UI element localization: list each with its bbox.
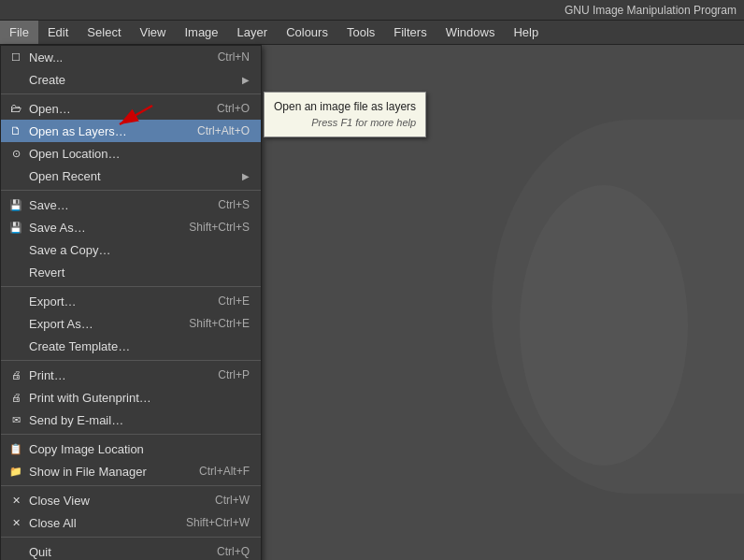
separator-1	[1, 93, 261, 94]
menu-item-new[interactable]: ☐ New... Ctrl+N	[1, 46, 261, 68]
copy-location-icon: 📋	[7, 443, 25, 455]
menu-item-print[interactable]: 🖨 Print… Ctrl+P	[1, 364, 261, 386]
menu-item-open-as-layers[interactable]: 🗋 Open as Layers… Ctrl+Alt+O	[1, 120, 261, 142]
menu-windows[interactable]: Windows	[436, 21, 505, 44]
separator-6	[1, 485, 261, 486]
menu-item-close-view[interactable]: ✕ Close View Ctrl+W	[1, 489, 261, 511]
create-arrow: ▶	[242, 75, 250, 85]
menu-item-open-recent[interactable]: Open Recent ▶	[1, 165, 261, 187]
open-location-icon: ⊙	[7, 148, 25, 160]
menu-file[interactable]: File	[0, 21, 38, 44]
file-dropdown: ☐ New... Ctrl+N Create ▶ 🗁 Open… Ctrl+O …	[0, 45, 262, 560]
save-as-icon: 💾	[7, 222, 25, 234]
menu-item-revert[interactable]: Revert	[1, 261, 261, 283]
tooltip-hint: Press F1 for more help	[274, 115, 416, 131]
separator-7	[1, 537, 261, 538]
menu-item-open[interactable]: 🗁 Open… Ctrl+O	[1, 97, 261, 120]
open-layers-icon: 🗋	[7, 124, 25, 137]
menu-item-show-manager[interactable]: 📁 Show in File Manager Ctrl+Alt+F	[1, 460, 261, 482]
send-email-icon: ✉	[7, 414, 25, 426]
title-bar: GNU Image Manipulation Program	[0, 0, 744, 21]
menu-item-quit[interactable]: Quit Ctrl+Q	[1, 540, 261, 560]
menu-item-print-guten[interactable]: 🖨 Print with Gutenprint…	[1, 386, 261, 409]
print-guten-icon: 🖨	[7, 392, 25, 403]
print-icon: 🖨	[7, 369, 25, 381]
menu-item-save[interactable]: 💾 Save… Ctrl+S	[1, 194, 261, 216]
menu-image[interactable]: Image	[175, 21, 227, 44]
menu-item-export[interactable]: Export… Ctrl+E	[1, 290, 261, 312]
menu-bar: File Edit Select View Image Layer Colour…	[0, 21, 744, 45]
show-manager-icon: 📁	[7, 466, 25, 478]
tooltip-popup: Open an image file as layers Press F1 fo…	[264, 92, 426, 137]
title-bar-text: GNU Image Manipulation Program	[565, 4, 737, 17]
menu-item-open-location[interactable]: ⊙ Open Location…	[1, 142, 261, 165]
close-all-icon: ✕	[7, 517, 25, 529]
menu-help[interactable]: Help	[504, 21, 548, 44]
separator-3	[1, 286, 261, 287]
menu-select[interactable]: Select	[78, 21, 130, 44]
separator-5	[1, 434, 261, 435]
menu-filters[interactable]: Filters	[384, 21, 436, 44]
menu-layer[interactable]: Layer	[228, 21, 278, 44]
menu-item-create-template[interactable]: Create Template…	[1, 335, 261, 357]
close-view-icon: ✕	[7, 495, 25, 507]
menu-item-create[interactable]: Create ▶	[1, 68, 261, 91]
separator-4	[1, 360, 261, 361]
new-icon: ☐	[7, 51, 25, 64]
menu-item-close-all[interactable]: ✕ Close All Shift+Ctrl+W	[1, 511, 261, 534]
save-icon: 💾	[7, 199, 25, 211]
menu-item-export-as[interactable]: Export As… Shift+Ctrl+E	[1, 312, 261, 335]
menu-edit[interactable]: Edit	[38, 21, 78, 44]
menu-tools[interactable]: Tools	[337, 21, 384, 44]
open-recent-arrow: ▶	[242, 171, 250, 181]
menu-view[interactable]: View	[131, 21, 176, 44]
separator-2	[1, 190, 261, 191]
menu-item-save-copy[interactable]: Save a Copy…	[1, 238, 261, 261]
menu-item-send-email[interactable]: ✉ Send by E-mail…	[1, 409, 261, 431]
menu-item-save-as[interactable]: 💾 Save As… Shift+Ctrl+S	[1, 216, 261, 238]
menu-colours[interactable]: Colours	[277, 21, 337, 44]
open-icon: 🗁	[7, 102, 25, 115]
tooltip-text: Open an image file as layers	[274, 98, 416, 115]
menu-item-copy-location[interactable]: 📋 Copy Image Location	[1, 438, 261, 460]
